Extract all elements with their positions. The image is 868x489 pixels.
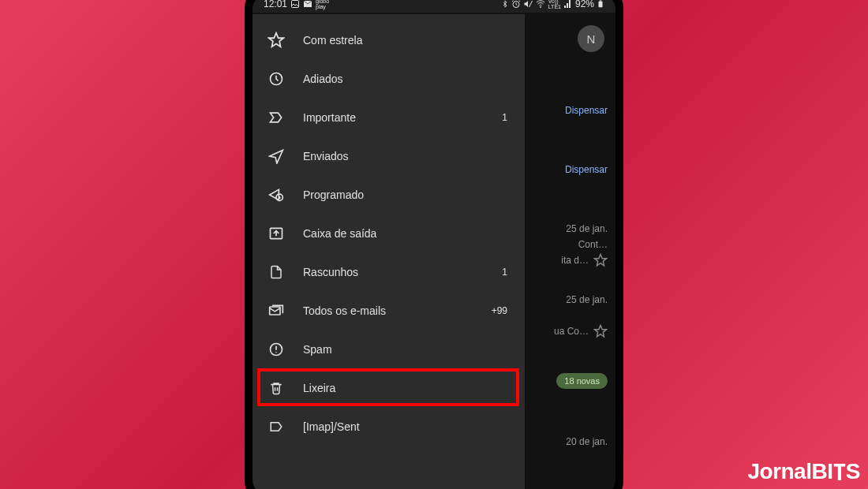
allmail-icon	[267, 301, 286, 320]
wifi-icon	[535, 0, 546, 9]
sidebar-item-drafts[interactable]: Rascunhos 1	[253, 252, 525, 291]
sidebar-count: 1	[502, 112, 511, 123]
phone-frame: 12:01 globoplay Vo))LTE1 92% N Dispensar…	[245, 0, 623, 489]
battery-percent: 92%	[575, 0, 594, 9]
sidebar-item-allmail[interactable]: Todos os e-mails +99	[253, 291, 525, 330]
mute-icon	[523, 0, 533, 9]
status-bar: 12:01 globoplay Vo))LTE1 92%	[253, 0, 615, 13]
sidebar-label: Enviados	[303, 150, 507, 162]
sidebar-label: Com estrela	[303, 34, 507, 47]
snippet: ua Co…	[554, 326, 589, 337]
sidebar-label: Adiados	[303, 73, 507, 85]
date-label: 25 de jan.	[566, 223, 608, 234]
battery-icon	[597, 0, 604, 9]
avatar[interactable]: N	[578, 25, 604, 52]
date-label: 25 de jan.	[566, 294, 608, 305]
clock-icon	[267, 69, 286, 88]
sidebar-item-trash[interactable]: Lixeira	[253, 368, 525, 407]
snippet: Cont…	[578, 239, 608, 250]
label-icon	[267, 417, 286, 436]
draft-icon	[267, 263, 286, 282]
snippet: ita d…	[561, 255, 589, 266]
sidebar-item-imapsent[interactable]: [Imap]/Sent	[253, 407, 525, 446]
sidebar-item-scheduled[interactable]: Programado	[253, 175, 525, 214]
star-icon[interactable]	[593, 324, 608, 338]
trash-icon	[267, 379, 286, 398]
sidebar-item-outbox[interactable]: Caixa de saída	[253, 214, 525, 252]
sidebar-count: 1	[502, 267, 511, 278]
sidebar-label: [Imap]/Sent	[303, 420, 507, 433]
dismiss-button[interactable]: Dispensar	[565, 105, 608, 116]
mail-icon	[303, 0, 312, 9]
sidebar-count: +99	[492, 305, 511, 316]
sidebar-label: Lixeira	[303, 382, 507, 394]
sidebar-label: Spam	[303, 343, 507, 356]
svg-rect-6	[600, 0, 602, 1]
dismiss-button[interactable]: Dispensar	[565, 164, 608, 175]
svg-point-4	[540, 7, 541, 8]
star-icon	[267, 31, 286, 50]
sidebar-item-sent[interactable]: Enviados	[253, 136, 525, 175]
signal-icon	[563, 0, 573, 9]
sidebar-item-snoozed[interactable]: Adiados	[253, 59, 525, 98]
watermark-logo: JornalBITS	[747, 458, 860, 484]
outbox-icon	[267, 224, 286, 243]
important-icon	[267, 108, 286, 127]
inbox-background: N Dispensar Dispensar 25 de jan. Cont… i…	[525, 14, 615, 489]
navigation-drawer[interactable]: Com estrela Adiados Importante 1	[253, 14, 525, 489]
send-icon	[267, 147, 286, 166]
sidebar-item-spam[interactable]: Spam	[253, 330, 525, 368]
sidebar-item-starred[interactable]: Com estrela	[253, 21, 525, 59]
globoplay-icon: globoplay	[316, 0, 329, 9]
sidebar-item-important[interactable]: Importante 1	[253, 98, 525, 136]
date-label: 20 de jan.	[566, 436, 608, 447]
alarm-icon	[511, 0, 521, 9]
new-badge: 18 novas	[556, 373, 608, 389]
scheduled-icon	[267, 185, 286, 204]
volte-icon: Vo))LTE1	[548, 0, 561, 9]
sidebar-label: Importante	[303, 111, 502, 124]
status-time: 12:01	[264, 0, 287, 9]
sidebar-label: Programado	[303, 189, 507, 201]
spam-icon	[267, 340, 286, 359]
svg-line-3	[529, 1, 532, 7]
svg-rect-0	[292, 1, 299, 8]
sidebar-label: Todos os e-mails	[303, 304, 492, 317]
bluetooth-icon	[501, 0, 509, 9]
image-icon	[290, 0, 300, 9]
phone-screen: 12:01 globoplay Vo))LTE1 92% N Dispensar…	[253, 0, 615, 489]
svg-rect-5	[599, 2, 603, 8]
sidebar-label: Rascunhos	[303, 266, 502, 278]
star-icon[interactable]	[593, 253, 608, 267]
sidebar-label: Caixa de saída	[303, 227, 507, 240]
